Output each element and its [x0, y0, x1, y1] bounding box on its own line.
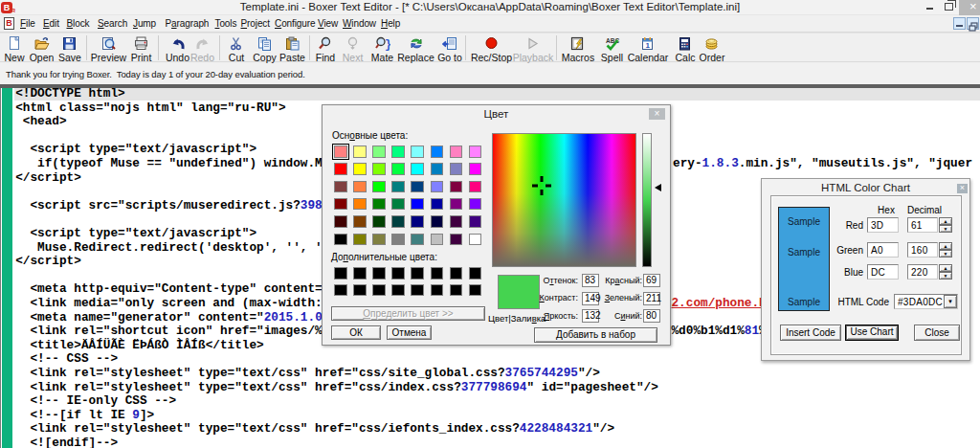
svg-text:1: 1 [646, 41, 651, 50]
svg-text:}: } [385, 38, 390, 52]
